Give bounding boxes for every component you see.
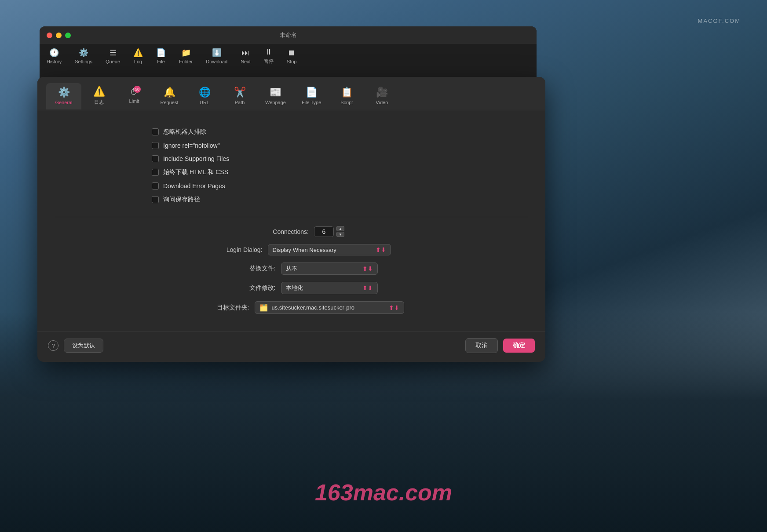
bg-toolbar-next-label: Next [241,59,251,64]
target-folder-icon: 🗂️ [259,303,268,312]
bg-toolbar-queue[interactable]: ☰ Queue [106,48,120,64]
bg-toolbar-pause[interactable]: ⏸ 暂停 [264,47,274,65]
log-tab-icon: ⚠️ [93,86,105,97]
checkbox-ask-save-path[interactable] [152,196,159,203]
file-mod-value: 本地化 [286,284,359,292]
tab-request-label: Request [161,100,179,105]
bg-window-title: 未命名 [280,31,297,39]
tab-log-label: 日志 [94,99,104,106]
tab-url-label: URL [200,100,209,105]
checkbox-ignore-robots-label: 忽略机器人排除 [163,128,206,136]
bg-toolbar-folder[interactable]: 📁 Folder [179,48,193,64]
next-icon: ⏭ [241,48,249,58]
replace-file-label: 替换文件: [205,265,276,273]
tab-filetype-label: File Type [302,100,321,105]
set-default-button[interactable]: 设为默认 [64,339,103,353]
tab-limit[interactable]: ⏱ 50 Limit [117,84,152,108]
bg-toolbar-stop-label: Stop [287,59,297,64]
checkbox-row-5: 询问保存路径 [152,196,528,204]
bg-toolbar-log-label: Log [134,59,142,64]
bg-toolbar-pause-label: 暂停 [264,58,274,65]
download-icon: ⬇️ [212,48,222,58]
tab-path-label: Path [235,100,245,105]
bg-toolbar-file[interactable]: 📄 File [156,48,166,64]
help-button[interactable]: ? [48,340,58,351]
connections-control: 6 ▲ ▼ [314,226,344,237]
checkbox-download-error-pages-label: Download Error Pages [163,182,225,189]
checkbox-ask-save-path-label: 询问保存路径 [163,196,200,204]
path-icon: ✂️ [234,87,246,98]
confirm-button[interactable]: 确定 [503,339,535,353]
tab-webpage[interactable]: 📰 Webpage [257,83,294,109]
bg-toolbar-next[interactable]: ⏭ Next [241,48,251,64]
limit-badge: 50 [134,86,141,93]
tab-general-label: General [55,100,72,105]
settings-icon: ⚙️ [79,48,88,58]
bg-toolbar-log[interactable]: ⚠️ Log [133,48,143,64]
folder-icon: 📁 [181,48,191,58]
tab-filetype[interactable]: 📄 File Type [294,83,329,109]
checkbox-ignore-robots[interactable] [152,128,159,135]
request-icon: 🔔 [164,87,175,98]
filetype-icon: 📄 [306,87,318,98]
field-row-target-folder: 目标文件夹: 🗂️ us.sitesucker.mac.sitesucker-p… [55,301,528,314]
stop-icon: ⏹ [288,48,296,58]
connections-stepper: ▲ ▼ [336,226,344,237]
tab-script[interactable]: 📋 Script [329,83,364,109]
bg-window-titlebar: 未命名 [40,26,537,44]
log-icon: ⚠️ [133,48,143,58]
replace-file-value: 从不 [286,265,359,273]
watermark-top-right: MACGF.COM [698,18,741,24]
tab-url[interactable]: 🌐 URL [187,83,222,109]
bg-toolbar-history-label: History [47,59,62,64]
webpage-icon: 📰 [270,87,281,98]
tab-request[interactable]: 🔔 Request [152,83,187,109]
connections-increment[interactable]: ▲ [336,226,344,231]
cancel-button[interactable]: 取消 [465,338,498,353]
video-icon: 🎥 [376,87,388,98]
bg-toolbar-folder-label: Folder [179,59,193,64]
fields-section: Connections: 6 ▲ ▼ Login Dialog: Display… [55,226,528,323]
login-dialog-dropdown[interactable]: Display When Necessary ⬆⬇ [268,244,391,255]
field-row-login: Login Dialog: Display When Necessary ⬆⬇ [55,244,528,255]
checkbox-row-4: Download Error Pages [152,182,528,189]
target-folder-control: 🗂️ us.sitesucker.mac.sitesucker-pro ⬆⬇ [255,301,404,314]
minimize-button[interactable] [56,33,62,38]
file-mod-label: 文件修改: [205,284,276,292]
bg-toolbar-queue-label: Queue [106,59,120,64]
target-folder-select[interactable]: 🗂️ us.sitesucker.mac.sitesucker-pro ⬆⬇ [255,301,404,314]
dialog-footer: ? 设为默认 取消 确定 [37,332,545,362]
checkbox-always-download-html[interactable] [152,169,159,176]
connections-value: 6 [314,226,334,237]
tab-limit-label: Limit [129,98,139,104]
checkbox-row-1: Ignore rel="nofollow" [152,142,528,149]
checkbox-download-error-pages[interactable] [152,182,159,189]
checkbox-row-0: 忽略机器人排除 [152,128,528,136]
bg-toolbar-stop[interactable]: ⏹ Stop [287,48,297,64]
replace-file-dropdown[interactable]: 从不 ⬆⬇ [281,262,378,275]
connections-decrement[interactable]: ▼ [336,232,344,237]
bg-toolbar-settings[interactable]: ⚙️ Settings [75,48,92,64]
maximize-button[interactable] [65,33,71,38]
checkbox-row-2: Include Supporting Files [152,155,528,162]
checkbox-always-download-html-label: 始终下载 HTML 和 CSS [163,168,228,176]
field-row-connections: Connections: 6 ▲ ▼ [55,226,528,237]
tab-video[interactable]: 🎥 Video [364,83,399,109]
close-button[interactable] [47,33,52,38]
file-mod-arrow: ⬆⬇ [362,284,373,292]
bg-toolbar-download[interactable]: ⬇️ Download [206,48,227,64]
bg-toolbar-file-label: File [157,59,165,64]
checkbox-include-supporting[interactable] [152,155,159,162]
target-folder-label: 目标文件夹: [179,304,249,312]
tab-log[interactable]: ⚠️ 日志 [81,82,117,110]
tab-general[interactable]: ⚙️ General [46,83,81,109]
target-folder-arrow: ⬆⬇ [389,304,399,311]
tab-path[interactable]: ✂️ Path [222,83,257,109]
general-icon: ⚙️ [58,87,70,98]
pause-icon: ⏸ [265,47,273,57]
bg-toolbar-history[interactable]: 🕐 History [47,48,62,64]
field-row-filemod: 文件修改: 本地化 ⬆⬇ [55,282,528,294]
checkbox-ignore-nofollow[interactable] [152,142,159,149]
login-dialog-arrow: ⬆⬇ [376,246,386,253]
file-mod-dropdown[interactable]: 本地化 ⬆⬇ [281,282,378,294]
